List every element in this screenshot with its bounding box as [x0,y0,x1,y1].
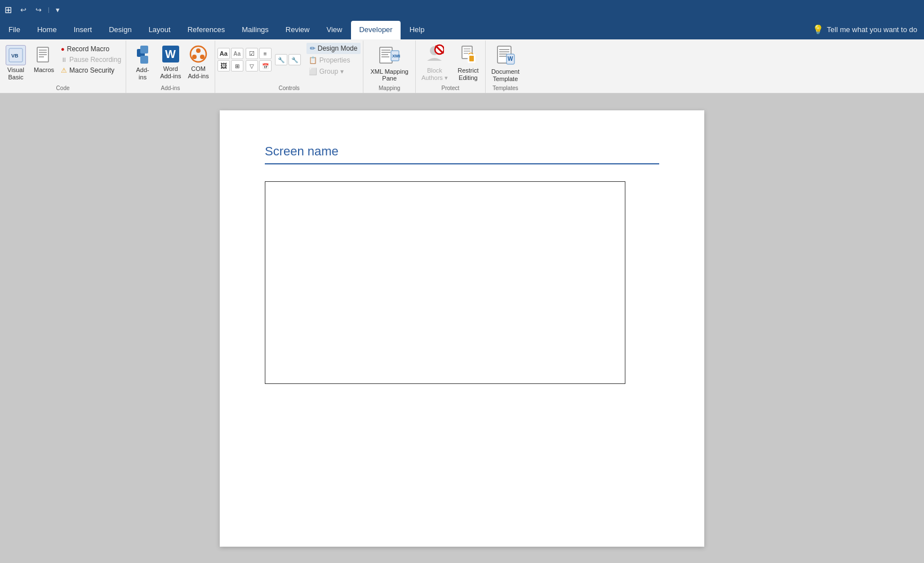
restrict-editing-label: Restrict Editing [457,67,478,82]
menu-view[interactable]: View [318,21,350,38]
undo-button[interactable]: ↩ [17,5,29,15]
document-template-button[interactable]: W Document Template [488,42,523,84]
menu-references[interactable]: References [180,21,233,38]
com-add-ins-icon [188,44,208,64]
svg-rect-35 [499,51,509,52]
templates-group-content: W Document Template [488,42,523,84]
svg-rect-34 [499,49,509,50]
pause-recording-button[interactable]: ⏸ Pause Recording [59,55,123,65]
protect-group-label: Protect [418,84,483,93]
design-mode-icon: ✏ [310,44,316,52]
legacy-tools-icon[interactable]: 🔧 [275,54,287,65]
svg-rect-28 [464,48,470,50]
menu-home[interactable]: Home [29,21,65,38]
pause-recording-label: Pause Recording [69,56,121,64]
svg-point-15 [200,55,205,59]
document-template-label: Document Template [491,68,519,83]
macro-security-button[interactable]: ⚠ Macro Security [59,65,123,75]
macro-security-label: Macro Security [69,66,114,74]
svg-rect-9 [140,56,148,64]
controls-group-content: Aa Aa 🖼 ⊞ ☑ ≡ ▽ 📅 🔧 🔧 [217,42,361,84]
svg-rect-18 [381,52,390,53]
macros-label: Macros [34,66,54,74]
dropdown-control-icon[interactable]: ▽ [246,60,258,72]
addins-group-content: Add- ins W Word Add-ins [128,42,212,84]
xml-mapping-icon: XML [379,44,400,67]
add-ins-icon [132,44,153,65]
svg-rect-20 [381,56,389,57]
rich-text-control-icon[interactable]: ≡ [259,48,272,59]
word-svg: W [161,44,180,64]
svg-point-13 [196,48,201,53]
separator: | [48,7,50,13]
add-ins-label: Add- ins [136,66,149,81]
svg-rect-29 [464,51,470,52]
tell-me-text: Tell me what you want to do [827,25,917,34]
image-control-icon[interactable]: 🖼 [217,60,230,72]
mapping-group-label: Mapping [366,84,412,93]
design-mode-button[interactable]: ✏ Design Mode [306,43,361,54]
tell-me-bar[interactable]: 💡 Tell me what you want to do [806,19,924,39]
menu-mailings[interactable]: Mailings [234,21,277,38]
customize-button[interactable]: ▾ [53,5,63,15]
date-control-icon[interactable]: 📅 [259,60,272,72]
com-add-ins-label: COM Add-ins [188,65,208,80]
ribbon-group-addins: Add- ins W Word Add-ins [126,41,215,93]
menu-insert[interactable]: Insert [66,21,100,38]
menu-review[interactable]: Review [278,21,318,38]
text-content-control-icon[interactable]: Aa [217,48,230,59]
menu-layout[interactable]: Layout [141,21,179,38]
record-macro-button[interactable]: ● Record Macro [59,44,123,54]
record-macro-label: Record Macro [67,45,109,53]
doc-template-svg: W [495,44,516,65]
menu-design[interactable]: Design [101,21,139,38]
com-add-ins-button[interactable]: COM Add-ins [184,42,212,81]
svg-rect-30 [464,53,468,54]
templates-group-label: Templates [488,84,523,93]
svg-text:XML: XML [392,53,400,59]
word-add-ins-button[interactable]: W Word Add-ins [157,42,184,81]
document-area: Screen name [0,93,924,563]
group-button[interactable]: ⬜ Group ▾ [306,66,361,77]
protect-group-content: Block Authors ▾ Restrict Editing [418,42,483,84]
ribbon-group-protect: Block Authors ▾ Restrict Editing [416,41,486,93]
word-add-ins-icon: W [161,44,181,64]
visual-basic-button[interactable]: VB Visual Basic [2,43,29,82]
group-dropdown-icon: ▾ [340,68,344,75]
macros-button[interactable]: Macros [30,43,57,75]
ribbon-group-code: VB Visual Basic [0,41,126,93]
addin-svg [132,44,153,65]
document-title[interactable]: Screen name [265,144,659,164]
svg-rect-3 [39,50,47,51]
vb-svg: VB [8,47,24,63]
menu-file[interactable]: File [1,21,28,38]
restrict-editing-button[interactable]: Restrict Editing [454,42,483,83]
title-bar: ⊞ ↩ ↪ | ▾ [0,0,924,19]
macros-icon [34,45,54,65]
xml-mapping-pane-button[interactable]: XML XML Mapping Pane [366,42,412,83]
ribbon-group-mapping: XML XML Mapping Pane Mapping [363,41,415,93]
redo-button[interactable]: ↪ [33,5,45,15]
properties-icon: 📋 [309,56,317,64]
svg-rect-36 [499,53,507,55]
xml-svg: XML [379,44,400,65]
document-page: Screen name [220,110,704,547]
text-content-control2-icon[interactable]: Aa [231,48,243,59]
svg-rect-32 [469,56,474,61]
menu-help[interactable]: Help [402,21,433,38]
warning-icon: ⚠ [61,66,67,74]
document-box[interactable] [265,181,625,384]
code-group-content: VB Visual Basic [2,42,123,84]
group-label: Group [319,68,338,75]
menu-developer[interactable]: Developer [351,21,400,39]
xml-tools-icon[interactable]: 🔧 [288,54,301,65]
add-ins-button[interactable]: Add- ins [128,42,157,82]
properties-button[interactable]: 📋 Properties [306,55,361,65]
svg-rect-17 [381,50,390,51]
combo-control-icon[interactable]: ⊞ [231,60,243,72]
checkbox-control-icon[interactable]: ☑ [246,48,258,59]
controls-group-label: Controls [217,84,361,93]
properties-label: Properties [319,56,350,64]
code-small-buttons: ● Record Macro ⏸ Pause Recording ⚠ Macro… [59,42,123,75]
block-authors-button[interactable]: Block Authors ▾ [418,42,451,83]
